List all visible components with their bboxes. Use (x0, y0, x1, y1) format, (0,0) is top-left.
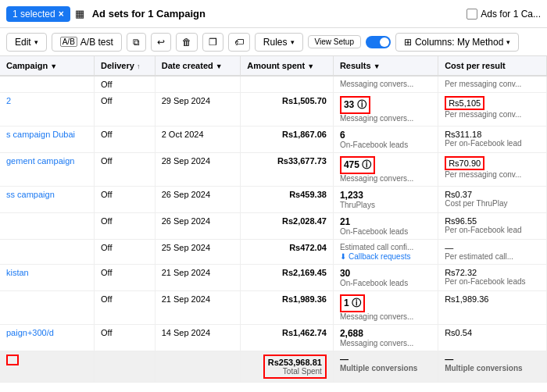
total-amount: Rs253,968.81Total Spent (263, 355, 327, 379)
cell-delivery: Off (95, 153, 156, 187)
total-row: Rs253,968.81Total Spent—Multiple convers… (0, 351, 547, 383)
rules-arrow-icon: ▾ (291, 38, 295, 46)
cell-results: 6On-Facebook leads (333, 127, 438, 153)
cell-date: 25 Sep 2024 (155, 240, 241, 265)
cell-delivery: Off (95, 291, 156, 325)
top-bar-right: Ads for 1 Ca... (467, 9, 541, 20)
tag-icon: 🏷 (234, 37, 244, 48)
cell-delivery: Off (95, 325, 156, 351)
data-table: Campaign ▼ Delivery ↑ Date created ▼ Amo… (0, 56, 547, 383)
duplicate-icon: ⧉ (133, 37, 140, 48)
cell-amount: Rs1,505.70 (241, 93, 334, 127)
th-cost-label: Cost per result (445, 61, 506, 70)
top-bar: 1 selected × ▦ Ad sets for 1 Campaign Ad… (0, 0, 547, 28)
total-cell-amount: Rs253,968.81Total Spent (241, 351, 334, 383)
copy-icon: ❐ (209, 37, 217, 48)
cell-campaign: s campaign Dubai (0, 127, 95, 153)
cell-amount: Rs1,867.06 (241, 127, 334, 153)
cell-results: 475 ⓘMessaging convers... (333, 153, 438, 187)
date-sort-icon: ▼ (216, 62, 223, 70)
th-campaign[interactable]: Campaign ▼ (0, 56, 95, 76)
delete-button[interactable]: 🗑 (176, 33, 198, 52)
cell-campaign: gement campaign (0, 153, 95, 187)
cell-amount: Rs2,169.45 (241, 265, 334, 291)
th-results[interactable]: Results ▼ (333, 56, 438, 76)
ads-checkbox[interactable] (467, 9, 477, 20)
cell-results: 2,688Messaging convers... (333, 325, 438, 351)
cell-campaign: paign+300/d (0, 325, 95, 351)
cell-cost: Rs5,105Per messaging conv... (438, 93, 547, 127)
cell-results: 1 ⓘMessaging convers... (333, 291, 438, 325)
th-amount-spent[interactable]: Amount spent ▼ (241, 56, 334, 76)
view-setup-label: View Setup (315, 37, 354, 46)
rules-button[interactable]: Rules ▾ (255, 33, 303, 52)
selected-badge[interactable]: 1 selected × (6, 6, 70, 22)
cell-delivery: Off (95, 187, 156, 213)
cell-results: Estimated call confi...⬇ Callback reques… (333, 240, 438, 265)
cell-amount (241, 76, 334, 93)
columns-button[interactable]: ⊞ Columns: My Method ▾ (395, 33, 519, 52)
table-row: Off21 Sep 2024Rs1,989.361 ⓘMessaging con… (0, 291, 547, 325)
cell-cost: Per messaging conv... (438, 76, 547, 93)
cell-delivery: Off (95, 265, 156, 291)
cell-cost: Rs311.18Per on-Facebook lead (438, 127, 547, 153)
cell-campaign: ss campaign (0, 187, 95, 213)
cell-cost: Rs1,989.36 (438, 291, 547, 325)
table-body: OffMessaging convers...Per messaging con… (0, 76, 547, 383)
cell-delivery: Off (95, 240, 156, 265)
cell-results: Messaging convers... (333, 76, 438, 93)
campaign-sort-icon: ▼ (50, 62, 57, 70)
results-sort-icon: ▼ (374, 62, 381, 70)
edit-label: Edit (15, 37, 31, 48)
th-cost[interactable]: Cost per result (438, 56, 547, 76)
th-results-label: Results (340, 61, 371, 70)
cell-results: 1,233ThruPlays (333, 187, 438, 213)
ab-test-button[interactable]: A/B A/B test (52, 33, 122, 52)
edit-button[interactable]: Edit ▾ (6, 33, 47, 52)
table-row: gement campaignOff28 Sep 2024Rs33,677.73… (0, 153, 547, 187)
th-date-label: Date created (162, 61, 213, 70)
cell-campaign: kistan (0, 265, 95, 291)
copy-button[interactable]: ❐ (202, 33, 223, 52)
ab-test-label: A/B test (80, 37, 113, 48)
cell-campaign (0, 291, 95, 325)
columns-label: Columns: My Method (415, 37, 503, 48)
cell-date: 21 Sep 2024 (155, 291, 241, 325)
cell-delivery: Off (95, 76, 156, 93)
cell-delivery: Off (95, 127, 156, 153)
delete-icon: 🗑 (182, 37, 191, 48)
th-delivery[interactable]: Delivery ↑ (95, 56, 156, 76)
cell-date (155, 76, 241, 93)
undo-button[interactable]: ↩ (151, 33, 171, 52)
toolbar: Edit ▾ A/B A/B test ⧉ ↩ 🗑 ❐ 🏷 Rules ▾ Vi… (0, 28, 547, 56)
cell-date: 2 Oct 2024 (155, 127, 241, 153)
th-date-created[interactable]: Date created ▼ (155, 56, 241, 76)
cell-date: 14 Sep 2024 (155, 325, 241, 351)
total-cell-delivery (95, 351, 156, 383)
th-campaign-label: Campaign (6, 61, 48, 70)
cell-date: 29 Sep 2024 (155, 93, 241, 127)
grid-icon: ▦ (75, 8, 84, 20)
cell-cost: Rs0.54 (438, 325, 547, 351)
ads-label: Ads for 1 Ca... (481, 9, 541, 20)
deselect-icon[interactable]: × (59, 9, 64, 20)
ab-icon: A/B (60, 37, 77, 47)
cell-cost: Rs70.90Per messaging conv... (438, 153, 547, 187)
cell-delivery: Off (95, 213, 156, 240)
amount-sort-icon: ▼ (307, 62, 314, 70)
chevron-down-icon: ▾ (34, 38, 38, 46)
cell-campaign: 2 (0, 93, 95, 127)
cell-cost: Rs72.32Per on-Facebook leads (438, 265, 547, 291)
view-setup-button[interactable]: View Setup (308, 35, 361, 48)
table-row: ss campaignOff26 Sep 2024Rs459.381,233Th… (0, 187, 547, 213)
toggle-switch[interactable] (366, 36, 391, 48)
cell-campaign (0, 213, 95, 240)
table-row: Off25 Sep 2024Rs472.04Estimated call con… (0, 240, 547, 265)
page-title: Ad sets for 1 Campaign (92, 8, 206, 20)
delivery-sort-icon: ↑ (137, 62, 141, 70)
table-row: OffMessaging convers...Per messaging con… (0, 76, 547, 93)
tag-button[interactable]: 🏷 (228, 33, 250, 52)
cell-date: 26 Sep 2024 (155, 187, 241, 213)
cell-amount: Rs459.38 (241, 187, 334, 213)
duplicate-button[interactable]: ⧉ (127, 33, 146, 52)
